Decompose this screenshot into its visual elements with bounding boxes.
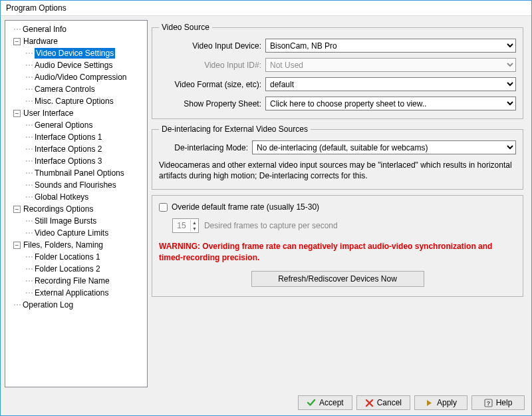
help-label: Help	[496, 398, 513, 407]
accept-button[interactable]: Accept	[298, 395, 352, 410]
tree-item[interactable]: −Recordings Options	[7, 203, 146, 215]
tree-item[interactable]: ⋯Recording File Name	[7, 275, 146, 287]
video-input-id-select: Not Used	[265, 58, 516, 72]
help-button[interactable]: ? Help	[471, 395, 525, 410]
help-icon: ?	[484, 399, 493, 407]
tree-item[interactable]: ⋯Folder Locations 1	[7, 251, 146, 263]
apply-icon	[425, 399, 434, 407]
video-input-id-label: Video Input ID#:	[159, 61, 265, 70]
tree-item-label: Audio Device Settings	[35, 60, 112, 71]
tree-item[interactable]: ⋯Audio/Video Compression	[7, 71, 146, 83]
framerate-group: Overide default frame rate (usually 15-3…	[152, 195, 523, 296]
tree-item-label: Folder Locations 1	[35, 252, 100, 262]
tree-toggle-icon[interactable]: −	[13, 242, 21, 249]
tree-item[interactable]: −Files, Folders, Naming	[7, 239, 146, 251]
tree-item[interactable]: ⋯Interface Options 1	[7, 131, 146, 143]
override-framerate-label: Overide default frame rate (usually 15-3…	[172, 202, 319, 212]
tree-item[interactable]: ⋯External Applications	[7, 287, 146, 299]
framerate-warning: WARNING: Overiding frame rate can negati…	[159, 241, 516, 262]
tree-toggle-icon[interactable]: −	[13, 206, 21, 213]
deinterlace-group: De-interlacing for External Video Source…	[152, 124, 523, 190]
video-source-group: Video Source Video Input Device: BisonCa…	[152, 23, 523, 119]
deinterlace-mode-select[interactable]: No de-interlacing (default, suitable for…	[252, 140, 516, 154]
deinterlace-legend: De-interlacing for External Video Source…	[159, 124, 311, 134]
tree-item-label: General Info	[23, 24, 66, 35]
dialog-body: ⋯General Info−Hardware⋯Video Device Sett…	[1, 16, 531, 391]
tree-item-label: General Options	[35, 120, 92, 130]
cancel-button[interactable]: Cancel	[356, 395, 410, 410]
tree-item-label: Files, Folders, Naming	[23, 240, 103, 250]
deinterlace-mode-label: De-interlacing Mode:	[159, 143, 252, 152]
tree-item[interactable]: ⋯General Options	[7, 119, 146, 131]
tree-item[interactable]: ⋯Sounds and Flourishes	[7, 179, 146, 191]
spinner-up-icon[interactable]: ▲	[191, 220, 198, 226]
svg-text:?: ?	[486, 400, 490, 407]
tree-item-label: Still Image Bursts	[35, 216, 96, 226]
check-icon	[307, 398, 316, 407]
tree-item-label: Operation Log	[23, 300, 73, 310]
video-input-device-select[interactable]: BisonCam, NB Pro	[265, 39, 516, 53]
tree-item-label: Folder Locations 2	[35, 264, 100, 274]
tree-item-label: Misc. Capture Options	[35, 96, 114, 106]
framerate-spinner[interactable]: ▲ ▼	[172, 218, 199, 233]
tree-item-label: External Applications	[35, 288, 108, 298]
deinterlace-help-text: Videocameras and other external video in…	[159, 160, 516, 181]
accept-label: Accept	[319, 398, 344, 407]
tree-item[interactable]: ⋯Thumbnail Panel Options	[7, 167, 146, 179]
tree-item-label: Hardware	[23, 36, 58, 47]
tree-item[interactable]: ⋯Folder Locations 2	[7, 263, 146, 275]
property-sheet-label: Show Property Sheet:	[159, 99, 265, 108]
tree-item-label: Video Capture Limits	[35, 228, 108, 238]
tree-item-label: Recordings Options	[23, 204, 93, 214]
tree-item-label: Global Hotkeys	[35, 192, 88, 202]
tree-item[interactable]: ⋯Still Image Bursts	[7, 215, 146, 227]
apply-label: Apply	[437, 398, 457, 407]
tree-item-label: Interface Options 1	[35, 132, 102, 142]
framerate-input[interactable]	[173, 221, 190, 230]
tree-item-label: Interface Options 3	[35, 156, 102, 166]
override-framerate-checkbox[interactable]	[159, 203, 168, 212]
refresh-devices-button[interactable]: Refresh/Rediscover Devices Now	[251, 271, 424, 287]
video-format-select[interactable]: default	[265, 77, 516, 91]
tree-item[interactable]: ⋯Operation Log	[7, 299, 146, 311]
tree-item[interactable]: ⋯Camera Controls	[7, 83, 146, 95]
tree-item[interactable]: ⋯Interface Options 3	[7, 155, 146, 167]
video-input-device-label: Video Input Device:	[159, 41, 265, 51]
tree-item-label: Interface Options 2	[35, 144, 102, 154]
apply-button[interactable]: Apply	[414, 395, 467, 410]
spinner-down-icon[interactable]: ▼	[191, 226, 198, 232]
tree-toggle-icon[interactable]: −	[13, 110, 21, 117]
video-source-legend: Video Source	[159, 23, 212, 32]
tree-item-label: Sounds and Flourishes	[35, 180, 116, 190]
options-tree[interactable]: ⋯General Info−Hardware⋯Video Device Sett…	[5, 20, 148, 387]
tree-item[interactable]: ⋯Audio Device Settings	[7, 59, 146, 71]
cancel-label: Cancel	[377, 398, 402, 407]
video-format-label: Video Format (size, etc):	[159, 80, 265, 89]
tree-item[interactable]: ⋯Video Capture Limits	[7, 227, 146, 239]
tree-item[interactable]: −Hardware	[7, 35, 146, 47]
desired-fps-label: Desired frames to capture per second	[204, 221, 338, 230]
tree-item[interactable]: ⋯Misc. Capture Options	[7, 95, 146, 107]
tree-item[interactable]: ⋯Interface Options 2	[7, 143, 146, 155]
tree-item-label: Camera Controls	[35, 84, 95, 95]
tree-item-label: Video Device Settings	[35, 48, 115, 59]
tree-item-label: Audio/Video Compression	[35, 72, 127, 83]
tree-item-label: User Interface	[23, 108, 73, 118]
tree-item[interactable]: ⋯General Info	[7, 23, 146, 35]
options-content: Video Source Video Input Device: BisonCa…	[152, 20, 527, 387]
cross-icon	[365, 399, 374, 407]
tree-item[interactable]: −User Interface	[7, 107, 146, 119]
dialog-button-bar: Accept Cancel Apply ? Help	[1, 391, 531, 415]
tree-item[interactable]: ⋯Global Hotkeys	[7, 191, 146, 203]
tree-toggle-icon[interactable]: −	[13, 38, 21, 45]
window-title: Program Options	[1, 1, 531, 16]
tree-item[interactable]: ⋯Video Device Settings	[7, 47, 146, 59]
program-options-window: Program Options ⋯General Info−Hardware⋯V…	[0, 0, 532, 416]
tree-item-label: Thumbnail Panel Options	[35, 168, 124, 178]
property-sheet-select[interactable]: Click here to choose property sheet to v…	[265, 97, 516, 110]
tree-item-label: Recording File Name	[35, 276, 110, 286]
